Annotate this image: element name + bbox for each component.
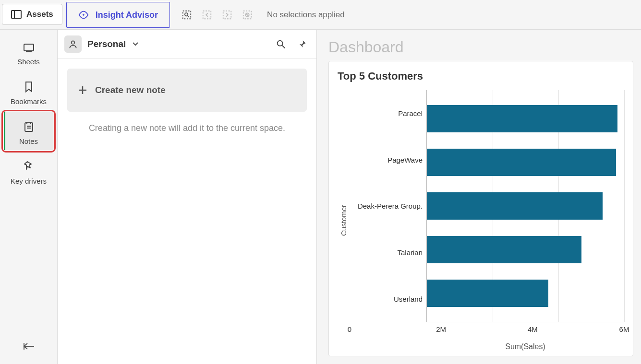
notes-icon — [24, 121, 34, 132]
bar[interactable] — [427, 149, 616, 176]
chevron-down-icon — [133, 42, 138, 46]
insight-icon — [78, 10, 89, 20]
scope-dropdown[interactable]: Personal — [87, 39, 138, 49]
dashboard-title: Dashboard — [317, 30, 641, 61]
collapse-icon — [23, 342, 35, 351]
svg-rect-6 — [223, 11, 231, 19]
sidebar-item-notes[interactable]: Notes — [4, 112, 53, 150]
bar-row — [427, 236, 581, 263]
sidebar-item-key-drivers[interactable]: Key drivers — [4, 152, 53, 190]
search-notes-button[interactable] — [273, 36, 289, 52]
x-tick-label: 4M — [528, 325, 538, 333]
bookmark-icon — [24, 81, 34, 93]
assets-button[interactable]: Assets — [2, 4, 62, 25]
notes-panel-header: Personal — [58, 30, 316, 59]
person-icon — [68, 39, 78, 49]
svg-point-19 — [72, 41, 75, 44]
category-label: Paracel — [398, 109, 423, 117]
step-back-icon — [202, 10, 212, 20]
sidebar-item-label: Sheets — [17, 58, 40, 66]
create-note-button[interactable]: Create new note — [67, 69, 307, 112]
bar-row — [427, 105, 617, 132]
sheets-icon — [23, 43, 35, 53]
svg-point-3 — [185, 12, 188, 15]
svg-rect-0 — [12, 11, 21, 18]
bar-row — [427, 149, 616, 176]
category-label: Deak-Perera Group. — [358, 202, 423, 210]
svg-point-20 — [278, 41, 283, 46]
sidebar-item-label: Key drivers — [11, 177, 47, 185]
plot-area — [426, 90, 624, 322]
svg-line-9 — [246, 13, 249, 16]
bar[interactable] — [427, 192, 603, 219]
svg-line-4 — [188, 15, 189, 17]
category-label: Talarian — [397, 248, 423, 257]
selection-tools: No selections applied — [181, 0, 345, 29]
insight-label: Insight Advisor — [96, 10, 158, 20]
bar[interactable] — [427, 236, 581, 263]
plus-icon — [78, 85, 87, 95]
pin-icon — [297, 39, 307, 49]
category-label: Userland — [394, 295, 423, 303]
bar[interactable] — [427, 105, 617, 132]
create-note-label: Create new note — [95, 85, 166, 95]
svg-rect-12 — [25, 123, 33, 131]
x-axis-label: Sum(Sales) — [350, 341, 624, 351]
scope-avatar[interactable] — [64, 35, 82, 53]
smart-search-icon[interactable] — [181, 10, 192, 20]
bar-row — [427, 280, 548, 306]
chart-title: Top 5 Customers — [338, 70, 624, 82]
no-selections-text: No selections applied — [267, 10, 345, 20]
y-axis-label: Customer — [338, 205, 350, 236]
x-ticks: 02M4M6M — [350, 322, 624, 341]
search-icon — [276, 39, 286, 49]
chart-area: Customer ParacelPageWaveDeak-Perera Grou… — [338, 90, 624, 351]
svg-rect-2 — [183, 11, 191, 19]
topbar: Assets Insight Advisor No selections app… — [0, 0, 641, 30]
bar[interactable] — [427, 280, 548, 306]
svg-rect-10 — [24, 44, 34, 51]
step-forward-icon — [222, 10, 232, 20]
sidebar-item-label: Bookmarks — [11, 97, 47, 106]
clear-selections-icon — [242, 10, 253, 20]
sidebar-item-label: Notes — [19, 137, 38, 145]
dashboard-panel: Dashboard Top 5 Customers Customer Parac… — [317, 30, 641, 364]
x-tick-label: 6M — [619, 325, 629, 333]
notes-panel: Personal Create new note — [58, 30, 317, 364]
x-tick-label: 0 — [348, 325, 351, 333]
svg-rect-5 — [203, 11, 211, 19]
sidebar-item-bookmarks[interactable]: Bookmarks — [4, 72, 53, 110]
assets-label: Assets — [26, 10, 53, 19]
pin-button[interactable] — [294, 36, 310, 52]
key-drivers-icon — [24, 161, 34, 172]
svg-line-21 — [282, 46, 285, 48]
notes-empty-message: Creating a new note will add it to the c… — [58, 118, 316, 138]
panel-icon — [11, 10, 22, 19]
category-label: PageWave — [387, 156, 423, 164]
sidebar: Sheets Bookmarks Notes Key drivers — [0, 30, 58, 364]
bar-row — [427, 192, 603, 219]
scope-label: Personal — [87, 39, 126, 49]
chart-card[interactable]: Top 5 Customers Customer ParacelPageWave… — [328, 61, 633, 356]
insight-advisor-button[interactable]: Insight Advisor — [66, 2, 170, 28]
category-labels: ParacelPageWaveDeak-Perera Group.Talaria… — [350, 90, 426, 322]
sidebar-item-sheets[interactable]: Sheets — [4, 35, 53, 70]
x-tick-label: 2M — [436, 325, 446, 333]
collapse-sidebar-button[interactable] — [0, 333, 57, 359]
